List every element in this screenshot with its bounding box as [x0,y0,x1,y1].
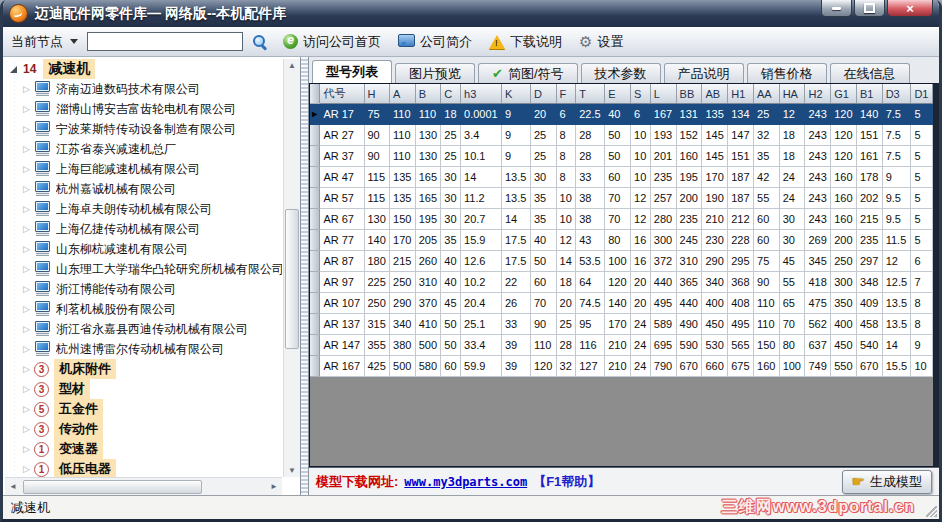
tab-3[interactable]: ✔简图/符号 [478,63,578,83]
root-label[interactable]: 减速机 [43,59,95,79]
scroll-thumb-horizontal[interactable] [23,480,202,494]
warning-icon[interactable] [489,35,505,49]
column-header[interactable]: H1 [728,84,754,104]
tab-4[interactable]: 技术参数 [581,63,661,83]
column-header[interactable]: BB [676,84,702,104]
table-row[interactable]: AR 37901101302510.1925828501020116014515… [310,146,933,167]
scroll-thumb[interactable] [285,209,299,349]
column-header[interactable]: G1 [831,84,857,104]
tab-1[interactable]: 型号列表 [312,60,392,83]
expand-arrow-icon[interactable]: ▷ [21,304,32,314]
homepage-icon[interactable] [283,34,298,49]
search-icon[interactable] [252,34,268,50]
column-header[interactable]: B1 [856,84,882,104]
column-header[interactable]: H2 [805,84,831,104]
expand-arrow-icon[interactable]: ▷ [21,444,32,454]
dropdown-caret-icon[interactable] [70,39,78,44]
expand-arrow-icon[interactable]: ▷ [21,164,32,174]
table-row[interactable]: AR 972252503104010.222601864120204403653… [310,272,933,293]
column-header[interactable]: S [631,84,651,104]
close-button[interactable]: × [887,0,933,17]
tree-item-company[interactable]: ▷上海亿捷传动机械有限公司 [5,219,282,239]
table-row[interactable]: ►AR 1775110110180.0001920622.54061671311… [310,104,933,125]
tree-item-company[interactable]: ▷上海卓夫朗传动机械有限公司 [5,199,282,219]
expand-arrow-icon[interactable]: ▷ [21,144,32,154]
tree-vertical-scrollbar[interactable]: ▲ ▼ [283,59,300,477]
expand-arrow-icon[interactable]: ▷ [21,364,32,374]
scroll-left-icon[interactable]: ◄ [5,482,21,491]
tab-5[interactable]: 产品说明 [664,63,744,83]
column-header[interactable]: A [390,84,416,104]
column-header[interactable]: AA [754,84,780,104]
tree-item-company[interactable]: ▷山东理工大学瑞华凸轮研究所机械有限公司 [5,259,282,279]
tree-item-category[interactable]: ▷3传动件 [5,419,282,439]
tree-item-company[interactable]: ▷浙江博能传动有限公司 [5,279,282,299]
expand-arrow-icon[interactable]: ▷ [21,104,32,114]
tree-item-company[interactable]: ▷江苏省泰兴减速机总厂 [5,139,282,159]
tree-item-category[interactable]: ▷1低压电器 [5,459,282,477]
column-header[interactable]: h3 [461,84,502,104]
tree-item-company[interactable]: ▷浙江省永嘉县西迪传动机械有限公司 [5,319,282,339]
column-header[interactable]: D [530,84,556,104]
table-row[interactable]: AR 871802152604012.617.5501453.510016372… [310,251,933,272]
visit-homepage-button[interactable]: 访问公司首页 [303,33,381,51]
download-url-link[interactable]: www.my3dparts.com [404,475,527,489]
column-header[interactable]: 代号 [320,84,364,104]
column-header[interactable]: T [576,84,605,104]
column-header[interactable]: K [502,84,531,104]
column-header[interactable]: AB [702,84,728,104]
minimize-button[interactable] [821,0,852,17]
tab-6[interactable]: 销售价格 [747,63,827,83]
column-header[interactable]: E [605,84,631,104]
collapse-triangle-icon[interactable] [10,66,17,73]
expand-arrow-icon[interactable]: ▷ [21,264,32,274]
table-row[interactable]: AR 571151351653011.213.53510387012257200… [310,188,933,209]
expand-arrow-icon[interactable]: ▷ [21,344,32,354]
scroll-down-icon[interactable]: ▼ [284,466,300,475]
table-row[interactable]: AR 1674255005806059.93912032127210247906… [310,356,933,377]
table-row[interactable]: AR 1373153404105025.13390259517024589490… [310,314,933,335]
expand-arrow-icon[interactable]: ▷ [21,404,32,414]
download-note-button[interactable]: 下载说明 [510,33,562,51]
table-row[interactable]: AR 1072502903704520.426702074.5140204954… [310,293,933,314]
column-header[interactable]: D1 [911,84,933,104]
expand-arrow-icon[interactable]: ▷ [21,84,32,94]
expand-arrow-icon[interactable]: ▷ [21,324,32,334]
expand-arrow-icon[interactable]: ▷ [21,464,32,474]
scroll-right-icon[interactable]: ► [266,482,282,491]
expand-arrow-icon[interactable]: ▷ [21,244,32,254]
expand-arrow-icon[interactable]: ▷ [21,384,32,394]
column-header[interactable]: C [441,84,461,104]
tab-7[interactable]: 在线信息 [830,63,910,83]
expand-arrow-icon[interactable]: ▷ [21,124,32,134]
expand-arrow-icon[interactable]: ▷ [21,284,32,294]
tree-item-category[interactable]: ▷3型材 [5,379,282,399]
column-header[interactable]: B [415,84,441,104]
settings-button[interactable]: 设置 [597,33,623,51]
table-row[interactable]: AR 47115135165301413.5308336010235195170… [310,167,933,188]
expand-arrow-icon[interactable]: ▷ [21,184,32,194]
tree-item-category[interactable]: ▷1变速器 [5,439,282,459]
tab-2[interactable]: 图片预览 [395,63,475,83]
gear-icon[interactable]: ⚙ [579,35,592,49]
tree-item-company[interactable]: ▷济南迈迪数码技术有限公司 [5,79,282,99]
column-header[interactable]: L [650,84,676,104]
scroll-up-icon[interactable]: ▲ [284,61,300,70]
tree-item-category[interactable]: ▷3机床附件 [5,359,282,379]
expand-arrow-icon[interactable]: ▷ [21,224,32,234]
company-intro-button[interactable]: 公司简介 [420,33,472,51]
tree-item-company[interactable]: ▷淄博山博安吉富齿轮电机有限公司 [5,99,282,119]
resize-grip[interactable] [926,506,937,517]
column-header[interactable]: H [364,84,390,104]
tree-item-category[interactable]: ▷5五金件 [5,399,282,419]
tree-item-company[interactable]: ▷杭州嘉诚机械有限公司 [5,179,282,199]
column-header[interactable]: HA [779,84,805,104]
column-header[interactable]: D3 [882,84,911,104]
generate-model-button[interactable]: ☛ 生成模型 [842,470,932,494]
tree-item-company[interactable]: ▷上海巨能减速机械有限公司 [5,159,282,179]
column-header[interactable]: F [556,84,576,104]
tree-item-company[interactable]: ▷宁波莱斯特传动设备制造有限公司 [5,119,282,139]
tree-root-item[interactable]: 14 减速机 [5,59,282,79]
table-row[interactable]: AR 671301501953020.714351038701228023521… [310,209,933,230]
tree-item-company[interactable]: ▷利茗机械股份有限公司 [5,299,282,319]
